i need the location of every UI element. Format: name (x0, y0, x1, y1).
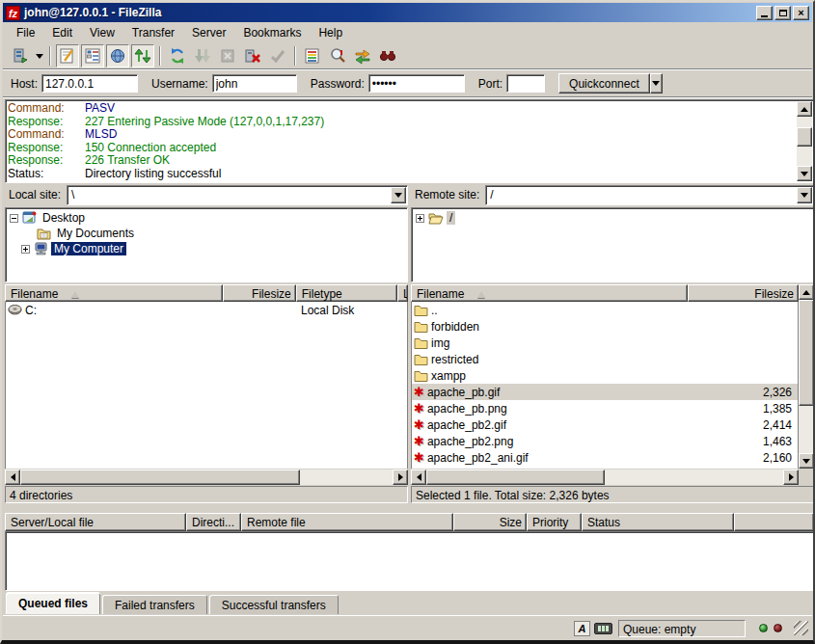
refresh-button[interactable] (166, 44, 189, 67)
expand-expander[interactable] (416, 214, 424, 223)
sync-browsing-icon (354, 47, 371, 65)
remote-column-filename[interactable]: Filename (411, 284, 688, 302)
local-column-filename[interactable]: Filename (5, 284, 223, 302)
password-input[interactable] (368, 74, 465, 93)
tree-item-root[interactable]: / (412, 210, 813, 226)
menu-view[interactable]: View (81, 24, 123, 41)
toggle-remote-tree-button[interactable] (106, 44, 129, 67)
tree-item-my-computer[interactable]: My Computer (6, 241, 407, 256)
remote-hscroll-thumb[interactable] (426, 470, 605, 485)
remote-row-file-selected[interactable]: ✱ apache_pb.gif 2,326 (412, 384, 798, 400)
log-scrollbar-thumb[interactable] (797, 127, 812, 147)
expand-expander[interactable] (21, 245, 30, 254)
resize-grip[interactable] (794, 621, 808, 635)
toggle-queue-button[interactable] (131, 44, 154, 67)
title-bar[interactable]: fz john@127.0.0.1 - FileZilla × (3, 3, 812, 22)
remote-row-folder[interactable]: img (412, 335, 798, 351)
local-column-filesize[interactable]: Filesize (223, 284, 295, 302)
local-site-combo-arrow[interactable] (391, 187, 406, 203)
cancel-transfer-button[interactable] (216, 44, 239, 67)
tab-failed-transfers[interactable]: Failed transfers (102, 595, 207, 614)
local-file-list: C: Local Disk (5, 302, 408, 469)
directory-comparison-button[interactable] (326, 44, 349, 67)
minimize-button[interactable] (756, 6, 773, 20)
remote-row-parent[interactable]: .. (412, 302, 798, 318)
port-input[interactable] (506, 74, 545, 93)
quickconnect-button[interactable]: Quickconnect (558, 73, 650, 94)
remote-row-file[interactable]: ✱ apache_pb.png 1,385 (412, 400, 798, 416)
directory-filter-button[interactable] (301, 44, 324, 67)
remote-row-file[interactable]: ✱ apache_pb2.png 1,463 (412, 433, 798, 449)
message-log-icon (59, 47, 76, 65)
remote-site-combo-arrow[interactable] (797, 187, 812, 203)
maximize-button[interactable] (774, 6, 791, 20)
chevron-down-icon (801, 193, 808, 198)
queue-column-status[interactable]: Status (582, 513, 734, 531)
quickconnect-dropdown[interactable] (650, 73, 663, 94)
username-label: Username: (151, 77, 208, 91)
remote-scroll-right[interactable] (783, 470, 799, 485)
collapse-expander[interactable] (10, 214, 18, 223)
log-scroll-up[interactable] (797, 101, 812, 117)
remote-row-folder[interactable]: restricted (412, 351, 798, 367)
menu-server[interactable]: Server (183, 24, 234, 41)
local-column-filetype[interactable]: Filetype (296, 284, 397, 302)
local-column-last-modified[interactable]: L (397, 284, 408, 302)
folder-icon (414, 305, 428, 316)
remote-row-folder[interactable]: forbidden (412, 318, 798, 335)
tree-item-my-documents[interactable]: My Documents (6, 226, 407, 241)
remote-row-file[interactable]: ✱ apache_pb2.gif 2,414 (412, 416, 798, 433)
queue-column-direction[interactable]: Directi... (186, 513, 241, 531)
queue-column-remote-file[interactable]: Remote file (241, 513, 453, 531)
log-scroll-down[interactable] (797, 166, 812, 181)
local-row-c-drive[interactable]: C: Local Disk (6, 302, 407, 318)
local-scroll-left[interactable] (5, 470, 20, 485)
queue-column-size[interactable]: Size (453, 513, 527, 531)
local-site-combobox[interactable]: \ (67, 185, 408, 205)
tab-queued-files[interactable]: Queued files (6, 593, 100, 614)
remote-hscrollbar (411, 470, 799, 485)
menu-edit[interactable]: Edit (43, 24, 81, 41)
queue-column-server-local-file[interactable]: Server/Local file (5, 513, 186, 531)
folder-icon (414, 321, 428, 333)
local-hscrollbar (5, 470, 408, 485)
tab-successful-transfers[interactable]: Successful transfers (209, 595, 339, 614)
menu-transfer[interactable]: Transfer (123, 24, 183, 41)
remote-column-filesize[interactable]: Filesize (688, 284, 799, 302)
refresh-icon (169, 47, 186, 65)
site-manager-button[interactable] (9, 44, 32, 67)
remote-site-combobox[interactable]: / (485, 185, 814, 205)
remote-row-file[interactable]: ✱ apache_pb2_ani.gif 2,160 (412, 449, 798, 466)
toggle-message-log-button[interactable] (56, 44, 79, 67)
tree-item-desktop[interactable]: Desktop (6, 210, 407, 226)
queue-column-priority[interactable]: Priority (527, 513, 582, 531)
remote-scroll-up[interactable] (799, 284, 814, 300)
local-scroll-right[interactable] (393, 470, 408, 485)
find-files-button[interactable] (376, 44, 399, 67)
host-input[interactable] (41, 74, 138, 93)
menu-help[interactable]: Help (310, 24, 351, 41)
remote-scroll-down[interactable] (799, 453, 814, 469)
menu-file[interactable]: File (8, 24, 43, 41)
toggle-local-tree-button[interactable] (81, 44, 104, 67)
process-queue-icon (194, 47, 211, 65)
local-scroll-thumb[interactable] (20, 470, 300, 485)
log-line: Response:226 Transfer OK (8, 154, 796, 168)
transfer-type-icon[interactable]: A (574, 621, 590, 636)
folder-icon (414, 354, 428, 365)
local-site-bar: Local site: \ (5, 185, 408, 205)
process-queue-button[interactable] (191, 44, 214, 67)
remote-vscroll-thumb[interactable] (799, 300, 814, 406)
site-manager-dropdown[interactable] (33, 45, 45, 67)
disconnect-button[interactable] (241, 44, 264, 67)
username-input[interactable] (212, 74, 297, 93)
synchronized-browsing-button[interactable] (351, 44, 374, 67)
menu-bookmarks[interactable]: Bookmarks (234, 24, 310, 41)
speed-limit-icon[interactable] (594, 623, 612, 634)
password-label: Password: (311, 77, 365, 91)
remote-scroll-left[interactable] (411, 470, 426, 485)
reconnect-button[interactable] (266, 44, 289, 67)
close-button[interactable]: × (793, 6, 809, 20)
remote-site-label: Remote site: (411, 185, 485, 205)
remote-row-folder[interactable]: xampp (412, 367, 798, 384)
